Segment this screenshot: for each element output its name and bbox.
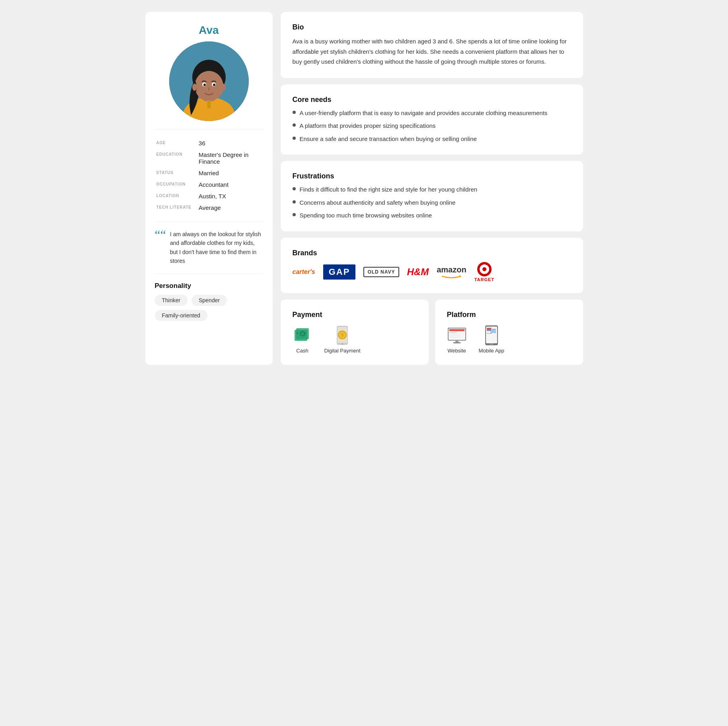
svg-point-25 [342,343,343,345]
list-item: Concerns about authenticity and safety w… [293,198,571,207]
table-row: AGE 36 [155,137,263,149]
status-value: Married [197,167,263,179]
core-need-2: A platform that provides proper sizing s… [300,121,436,131]
personality-section: Personality Thinker Spender Family-orien… [155,282,263,321]
persona-name: Ava [199,24,219,37]
svg-rect-19 [304,332,306,334]
cash-payment-item: Cash [293,325,312,354]
table-row: STATUS Married [155,167,263,179]
education-value: Master's Degree in Finance [197,149,263,167]
quote-text: I am always on the lookout for stylish a… [170,230,263,266]
bio-card: Bio Ava is a busy working mother with tw… [281,12,583,78]
frustration-1: Finds it difficult to find the right siz… [300,185,478,194]
location-value: Austin, TX [197,190,263,202]
cash-label: Cash [296,348,308,354]
svg-rect-30 [449,334,461,335]
svg-point-8 [203,84,206,86]
personality-tags: Thinker Spender Family-oriented [155,295,263,321]
frustrations-card: Frustrations Finds it difficult to find … [281,161,583,231]
personality-tag: Thinker [155,295,188,306]
digital-payment-label: Digital Payment [324,348,361,354]
list-item: A platform that provides proper sizing s… [293,121,571,131]
table-row: TECH LITERATE Average [155,202,263,213]
table-row: OCCUPATION Accountant [155,179,263,190]
frustrations-title: Frustrations [293,172,571,180]
brand-oldnavy: OLD NAVY [363,267,399,277]
svg-rect-12 [207,100,211,108]
brand-amazon: amazon [437,265,466,278]
core-needs-list: A user-friendly platform that is easy to… [293,109,571,144]
svg-point-11 [221,84,226,91]
svg-rect-31 [449,335,459,336]
table-row: EDUCATION Master's Degree in Finance [155,149,263,167]
list-item: Finds it difficult to find the right siz… [293,185,571,194]
brands-card: Brands carter's GAP OLD NAVY H&M amazon [281,238,583,293]
cash-icon [293,325,312,345]
list-item: A user-friendly platform that is easy to… [293,109,571,118]
frustrations-list: Finds it difficult to find the right siz… [293,185,571,220]
brand-target: TARGET [474,262,494,282]
website-label: Website [447,348,466,354]
bullet-dot [293,123,296,127]
platform-title: Platform [447,311,571,319]
brand-hm: H&M [407,266,429,278]
bullet-dot [293,200,296,204]
bullet-dot [293,137,296,140]
digital-payment-item: $ Digital Payment [324,325,361,354]
target-circle [477,262,492,276]
platform-card: Platform [435,299,583,365]
personality-divider [155,274,263,274]
svg-rect-39 [487,331,491,333]
avatar-section: Ava [155,24,263,121]
info-table: AGE 36 EDUCATION Master's Degree in Fina… [155,137,263,213]
svg-rect-18 [296,332,298,334]
website-icon [447,325,467,345]
quote-icon: ““ [155,228,166,241]
left-panel: Ava [145,12,273,365]
svg-point-17 [301,332,304,335]
list-item: Spending too much time browsing websites… [293,211,571,220]
education-label: EDUCATION [155,149,197,167]
payment-card: Payment Ca [281,299,429,365]
website-platform-item: Website [447,325,467,354]
svg-rect-38 [487,328,491,330]
mobile-app-icon [482,325,502,345]
personality-tag: Family-oriented [155,310,207,321]
status-label: STATUS [155,167,197,179]
occupation-label: OCCUPATION [155,179,197,190]
svg-point-10 [192,84,197,91]
brands-row: carter's GAP OLD NAVY H&M amazon TARGET [293,262,571,282]
bottom-row: Payment Ca [281,299,583,365]
persona-container: Ava [145,12,583,365]
svg-rect-34 [453,342,461,343]
bio-text: Ava is a busy working mother with two ch… [293,36,571,67]
age-value: 36 [197,137,263,149]
frustration-2: Concerns about authenticity and safety w… [300,198,456,207]
platform-items: Website [447,325,571,354]
occupation-value: Accountant [197,179,263,190]
tech-literate-value: Average [197,202,263,213]
age-label: AGE [155,137,197,149]
svg-rect-45 [490,344,493,344]
personality-tag: Spender [191,295,227,306]
svg-text:$: $ [341,332,344,338]
bullet-dot [293,213,296,216]
table-row: LOCATION Austin, TX [155,190,263,202]
quote-divider [155,221,263,222]
mobile-app-label: Mobile App [479,348,504,354]
svg-rect-32 [449,337,460,337]
svg-marker-13 [459,275,461,278]
brands-title: Brands [293,249,571,257]
svg-rect-28 [449,329,464,331]
payment-items: Cash $ [293,325,417,354]
avatar-svg [169,41,249,121]
core-need-1: A user-friendly platform that is easy to… [300,109,548,118]
amazon-arrow [441,274,461,278]
core-needs-card: Core needs A user-friendly platform that… [281,84,583,155]
svg-rect-29 [449,332,457,333]
target-label: TARGET [474,277,494,282]
bullet-dot [293,187,296,190]
avatar-circle [169,41,249,121]
right-panel: Bio Ava is a busy working mother with tw… [281,12,583,365]
payment-title: Payment [293,311,417,319]
